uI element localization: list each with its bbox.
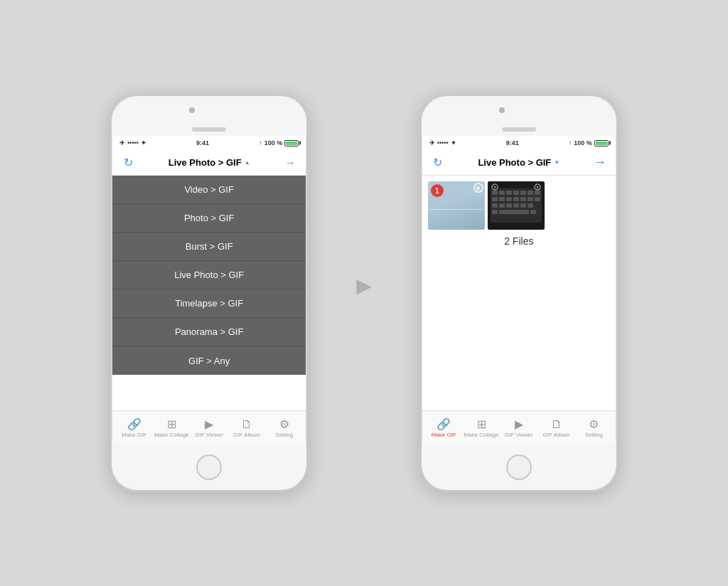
speaker-left xyxy=(192,127,226,132)
svg-rect-19 xyxy=(513,203,519,208)
next-icon-right: → xyxy=(594,155,606,170)
live-photo-icon xyxy=(473,183,483,193)
tab-viewer-left[interactable]: ▶ GIF Viewer xyxy=(191,417,228,438)
link-icon-left: 🔗 xyxy=(127,417,141,431)
thumbnail-1[interactable]: 1 xyxy=(428,181,485,230)
nav-title-left: Live Photo > GIF ▲ xyxy=(168,157,250,168)
home-button-right[interactable] xyxy=(506,454,532,480)
menu-item-burst[interactable]: Burst > GIF xyxy=(112,233,306,261)
svg-rect-14 xyxy=(528,197,533,201)
menu-item-timelapse[interactable]: Timelapse > GIF xyxy=(112,289,306,318)
tab-bar-left: 🔗 Make GIF ⊞ Make Collage ▶ GIF Viewer 🗋… xyxy=(112,410,306,444)
menu-item-video[interactable]: Video > GIF xyxy=(112,176,306,204)
phone-left: ✈ ••••• ✦ 9:41 ↑ 100 % ↻ Live Photo > GI… xyxy=(109,94,309,492)
wifi-icon-r: ✦ xyxy=(451,139,456,146)
tab-label-setting-right: Setting xyxy=(585,432,603,438)
arrow-between: ► xyxy=(351,271,377,301)
nav-right-btn-right[interactable]: → xyxy=(592,154,609,171)
airplane-icon: ✈ xyxy=(119,139,125,146)
home-button-left[interactable] xyxy=(196,454,222,480)
status-bar-right: ✈ ••••• ✦ 9:41 ↑ 100 % xyxy=(422,136,616,150)
tab-setting-right[interactable]: ⚙ Setting xyxy=(575,417,613,438)
tab-label-makegif-right: Make GIF xyxy=(432,432,456,438)
tab-label-makegif-left: Make GIF xyxy=(122,432,146,438)
wifi-icon: ✦ xyxy=(141,139,146,146)
svg-rect-22 xyxy=(492,210,498,214)
gear-icon-right: ⚙ xyxy=(589,417,599,431)
tab-setting-left[interactable]: ⚙ Setting xyxy=(265,417,303,438)
svg-rect-13 xyxy=(520,197,526,201)
svg-rect-15 xyxy=(535,197,540,201)
play-icon-left: ▶ xyxy=(205,417,213,431)
thumbnail-2[interactable] xyxy=(488,181,545,230)
nav-bar-right: ↻ Live Photo > GIF ▼ → xyxy=(422,150,616,176)
battery-right xyxy=(594,140,609,146)
tab-label-album-right: GIF Album xyxy=(543,432,570,438)
horizon-line xyxy=(428,209,485,210)
tab-label-album-left: GIF Album xyxy=(233,432,260,438)
menu-item-photo[interactable]: Photo > GIF xyxy=(112,204,306,233)
status-right-right: ↑ 100 % xyxy=(569,139,609,146)
status-left-right: ✈ ••••• ✦ xyxy=(429,139,456,146)
svg-rect-5 xyxy=(513,191,519,195)
screen-right: ✈ ••••• ✦ 9:41 ↑ 100 % ↻ Live Photo > GI… xyxy=(422,136,616,444)
svg-rect-10 xyxy=(499,197,505,201)
grid-icon-right: ⊞ xyxy=(477,417,486,431)
screen-left: ✈ ••••• ✦ 9:41 ↑ 100 % ↻ Live Photo > GI… xyxy=(112,136,306,444)
nav-title-right: Live Photo > GIF ▼ xyxy=(478,157,560,168)
refresh-button-right[interactable]: ↻ xyxy=(429,154,446,171)
badge-count: 1 xyxy=(431,184,444,197)
tab-make-gif-left[interactable]: 🔗 Make GIF xyxy=(115,417,153,438)
svg-rect-9 xyxy=(492,197,498,201)
tab-bar-right: 🔗 Make GIF ⊞ Make Collage ▶ GIF Viewer 🗋… xyxy=(422,410,616,444)
status-right-left: ↑ 100 % xyxy=(259,139,299,146)
menu-item-panorama[interactable]: Panorama > GIF xyxy=(112,318,306,346)
time-right: 9:41 xyxy=(506,139,519,146)
tab-album-right[interactable]: 🗋 GIF Album xyxy=(537,418,575,438)
tab-label-viewer-left: GIF Viewer xyxy=(195,432,223,438)
svg-rect-20 xyxy=(520,203,526,208)
tab-label-setting-left: Setting xyxy=(275,432,293,438)
refresh-icon-left: ↻ xyxy=(124,156,133,169)
tab-collage-left[interactable]: ⊞ Make Collage xyxy=(153,417,191,438)
title-arrow-right: ▼ xyxy=(554,159,560,166)
camera-right xyxy=(499,107,505,113)
battery-fill-right xyxy=(596,142,607,145)
tab-viewer-right[interactable]: ▶ GIF Viewer xyxy=(500,417,537,438)
signal-dots: ••••• xyxy=(127,139,139,146)
svg-rect-18 xyxy=(506,203,512,208)
refresh-icon-right: ↻ xyxy=(433,156,442,169)
svg-rect-12 xyxy=(513,197,519,201)
tab-collage-right[interactable]: ⊞ Make Collage xyxy=(463,417,500,438)
tab-album-left[interactable]: 🗋 GIF Album xyxy=(228,418,266,438)
svg-rect-11 xyxy=(506,197,512,201)
svg-rect-2 xyxy=(492,191,498,195)
svg-rect-7 xyxy=(528,191,533,195)
nav-title-text-left: Live Photo > GIF xyxy=(168,157,242,168)
phone-bottom-left xyxy=(112,444,306,490)
menu-item-livephoto[interactable]: Live Photo > GIF xyxy=(112,261,306,289)
nav-right-btn-left[interactable]: → xyxy=(282,154,299,171)
airplane-icon-r: ✈ xyxy=(429,139,435,146)
time-left: 9:41 xyxy=(196,139,209,146)
phone-bottom-right xyxy=(422,444,616,490)
keyboard-svg xyxy=(488,181,545,230)
status-left-left: ✈ ••••• ✦ xyxy=(119,139,146,146)
phone-right: ✈ ••••• ✦ 9:41 ↑ 100 % ↻ Live Photo > GI… xyxy=(419,94,619,492)
signal-arrow: ↑ xyxy=(259,139,262,146)
signal-dots-r: ••••• xyxy=(437,139,449,146)
tab-label-collage-right: Make Collage xyxy=(464,432,499,438)
album-icon-right: 🗋 xyxy=(551,418,562,431)
svg-point-29 xyxy=(536,186,538,188)
link-icon-right: 🔗 xyxy=(437,417,451,431)
battery-pct-r: 100 % xyxy=(574,139,592,146)
refresh-button-left[interactable]: ↻ xyxy=(119,154,136,171)
tab-make-gif-right[interactable]: 🔗 Make GIF xyxy=(425,417,463,438)
svg-rect-25 xyxy=(530,210,536,214)
svg-rect-17 xyxy=(499,203,505,208)
phone-top-right xyxy=(422,96,616,136)
signal-arrow-r: ↑ xyxy=(569,139,572,146)
menu-list: Video > GIF Photo > GIF Burst > GIF Live… xyxy=(112,176,306,410)
menu-item-gif[interactable]: GIF > Any xyxy=(112,346,306,375)
nav-title-text-right: Live Photo > GIF xyxy=(478,157,551,168)
